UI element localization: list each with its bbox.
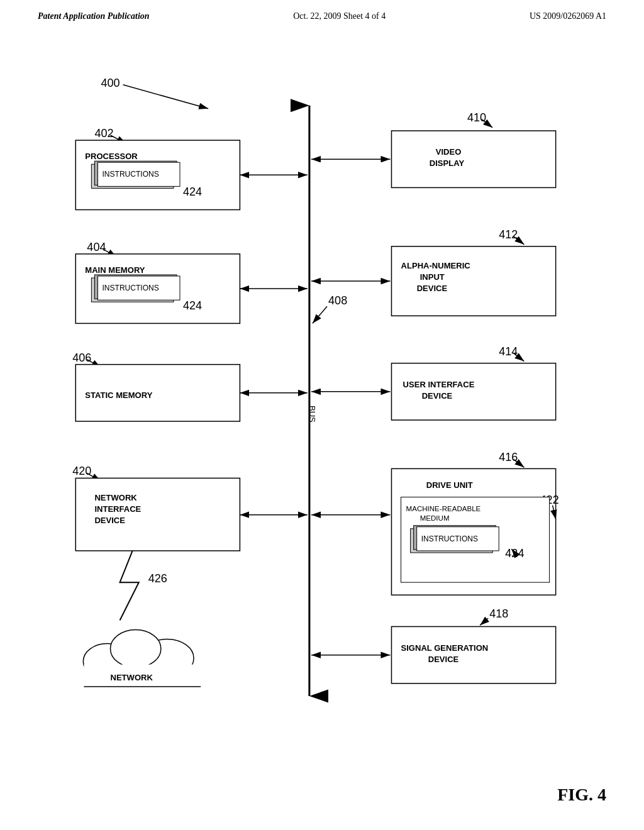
network-interface-label-1: NETWORK	[94, 493, 137, 502]
ref-414: 414	[499, 345, 518, 358]
video-display-label-2: DISPLAY	[430, 158, 465, 168]
diagram-svg: 400 BUS 408 402 PROCESSOR INSTRUCTIONS 4…	[38, 50, 606, 780]
network-label: NETWORK	[111, 673, 153, 682]
header-publication: Patent Application Publication	[38, 11, 150, 21]
ref-420: 420	[72, 465, 91, 477]
svg-line-6	[313, 306, 327, 323]
page-header: Patent Application Publication Oct. 22, …	[0, 0, 644, 21]
video-display-label-1: VIDEO	[436, 147, 462, 157]
signal-generation-label-1: SIGNAL GENERATION	[401, 643, 489, 653]
header-date-sheet: Oct. 22, 2009 Sheet 4 of 4	[293, 11, 386, 21]
ref-424b: 424	[183, 299, 202, 312]
machine-readable-label-1: MACHINE-READABLE	[406, 505, 481, 512]
network-interface-label-2: INTERFACE	[94, 504, 141, 514]
alpha-numeric-label-2: INPUT	[420, 272, 445, 282]
user-interface-label-1: USER INTERFACE	[403, 380, 475, 389]
ref-410: 410	[467, 111, 486, 124]
signal-generation-label-2: DEVICE	[428, 655, 459, 664]
instructions-label-3: INSTRUCTIONS	[421, 534, 478, 543]
user-interface-label-2: DEVICE	[422, 391, 453, 401]
ref-400: 400	[101, 77, 119, 89]
svg-line-25	[480, 618, 488, 625]
instructions-label-1: INSTRUCTIONS	[102, 170, 158, 179]
network-interface-label-3: DEVICE	[94, 516, 125, 525]
lightning-bolt	[120, 551, 139, 620]
header-patent-number: US 2009/0262069 A1	[530, 11, 606, 21]
ref-404: 404	[87, 241, 106, 253]
drive-unit-label: DRIVE UNIT	[426, 480, 473, 490]
figure-label: FIG. 4	[557, 785, 606, 805]
ref-418: 418	[489, 607, 508, 620]
signal-generation-box	[391, 626, 555, 683]
svg-line-4	[123, 85, 209, 109]
ref-402: 402	[94, 127, 113, 140]
ref-412: 412	[499, 228, 518, 241]
instructions-label-2: INSTRUCTIONS	[102, 284, 158, 292]
processor-label: PROCESSOR	[85, 152, 138, 161]
patent-diagram: 400 BUS 408 402 PROCESSOR INSTRUCTIONS 4…	[38, 50, 606, 780]
ref-408: 408	[328, 294, 347, 307]
ref-406: 406	[72, 351, 91, 364]
machine-readable-label-2: MEDIUM	[420, 514, 450, 522]
bus-label: BUS	[308, 406, 317, 423]
main-memory-label: MAIN MEMORY	[85, 265, 145, 275]
ref-426: 426	[148, 572, 167, 585]
alpha-numeric-box	[391, 246, 555, 316]
ref-424a: 424	[183, 185, 202, 198]
user-interface-box	[391, 363, 555, 420]
static-memory-label: STATIC MEMORY	[85, 390, 152, 400]
alpha-numeric-label-1: ALPHA-NUMERIC	[401, 261, 471, 270]
ref-416: 416	[499, 451, 518, 463]
cloud-top	[111, 630, 161, 668]
alpha-numeric-label-3: DEVICE	[417, 284, 448, 293]
network-interface-box	[75, 478, 240, 551]
video-display-box	[391, 131, 555, 187]
